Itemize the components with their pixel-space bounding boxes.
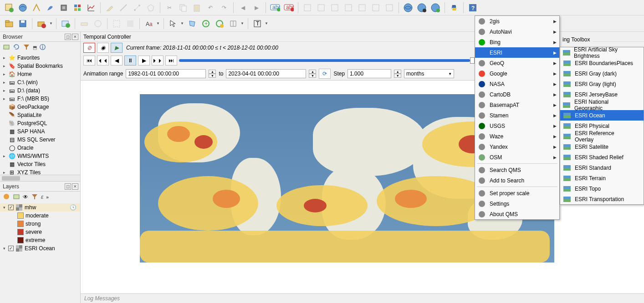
expand-icon[interactable]: ▾ xyxy=(2,246,6,251)
tool-copy-icon[interactable] xyxy=(177,1,189,14)
menu-search-qms[interactable]: Search QMS xyxy=(475,165,559,175)
submenu-esri-ocean[interactable]: ESRI Ocean xyxy=(560,110,644,121)
submenu-esri-gray-light-[interactable]: ESRI Gray (light) xyxy=(560,79,644,89)
expand-icon[interactable]: ▸ xyxy=(2,72,6,76)
browser-item-geopackage[interactable]: 📦GeoPackage xyxy=(0,103,80,111)
browser-close-icon[interactable]: ✕ xyxy=(72,34,78,40)
menu-basemapat[interactable]: BasemapAT▶ xyxy=(475,100,559,110)
tool-m7-icon[interactable] xyxy=(383,1,396,14)
expand-icon[interactable]: ▸ xyxy=(2,170,6,175)
browser-item-spatial-bookmarks[interactable]: ▸🔖Spatial Bookmarks xyxy=(0,62,80,70)
tool-del-ring-icon[interactable] xyxy=(213,17,226,30)
range-to-spinner[interactable]: ▲▼ xyxy=(309,70,316,78)
layers-filter-icon[interactable] xyxy=(31,193,38,202)
dropdown-arrow-icon[interactable]: ▼ xyxy=(240,21,245,25)
tool-redo-icon[interactable]: ↷ xyxy=(218,1,230,14)
menu-osm[interactable]: OSM▶ xyxy=(475,152,559,162)
expand-icon[interactable]: ▾ xyxy=(2,205,6,210)
browser-item-c-win-[interactable]: ▸🖴C:\ (win) xyxy=(0,78,80,86)
step-spinner[interactable]: ▲▼ xyxy=(394,70,401,78)
tool-select-arrow-icon[interactable] xyxy=(167,17,179,30)
expand-icon[interactable]: ▸ xyxy=(2,88,6,93)
tool-chip-icon[interactable] xyxy=(57,1,70,14)
menu-autonavi[interactable]: AutoNavi▶ xyxy=(475,26,559,37)
tool-undo-icon[interactable]: ↶ xyxy=(204,1,217,14)
browser-item-f-mbr-b5-[interactable]: ▸🖴F:\ (MBR B5) xyxy=(0,95,80,103)
tool-m2-icon[interactable] xyxy=(315,1,327,14)
temporal-fixed-icon[interactable]: ◉ xyxy=(97,43,109,53)
step-field[interactable]: 1.000 xyxy=(348,69,391,78)
tool-cut-icon[interactable]: ✂ xyxy=(163,1,176,14)
tool-deselect-icon[interactable] xyxy=(124,17,137,30)
rewind-start-icon[interactable]: ⏮ xyxy=(83,56,95,66)
submenu-esri-standard[interactable]: ESRI Standard xyxy=(560,162,644,173)
tool-measure-icon[interactable] xyxy=(78,17,91,30)
menu-set-proper-scale[interactable]: Set proper scale xyxy=(475,188,559,198)
tool-chart-icon[interactable] xyxy=(85,1,97,14)
tool-globe-b-icon[interactable] xyxy=(415,1,428,14)
tool-open-icon[interactable] xyxy=(3,17,15,30)
menu-stamen[interactable]: Stamen▶ xyxy=(475,110,559,121)
tool-select-icon[interactable] xyxy=(110,17,123,30)
expand-icon[interactable]: ▸ xyxy=(2,64,6,68)
submenu-esri-national-geographic[interactable]: ESRI National Geographic xyxy=(560,100,644,110)
expand-icon[interactable]: ▸ xyxy=(2,56,6,60)
browser-add-icon[interactable] xyxy=(3,43,10,52)
play-forward-icon[interactable]: ▶ xyxy=(138,56,150,66)
tool-edit-poly-icon[interactable] xyxy=(186,17,199,30)
layer-esri-ocean[interactable]: ▾✓ESRI Ocean xyxy=(0,244,80,252)
submenu-esri-topo[interactable]: ESRI Topo xyxy=(560,183,644,194)
tool-coord-icon[interactable] xyxy=(92,17,104,30)
browser-dock-icon[interactable]: ◫ xyxy=(65,34,71,40)
dropdown-arrow-icon[interactable]: ▼ xyxy=(49,21,53,25)
submenu-esri-boundariesplaces[interactable]: ESRI BoundariesPlaces xyxy=(560,58,644,68)
submenu-esri-terrain[interactable]: ESRI Terrain xyxy=(560,173,644,183)
tool-text-box-icon[interactable]: T xyxy=(251,17,264,30)
tool-help-icon[interactable]: ? xyxy=(466,1,479,14)
menu-geoq[interactable]: GeoQ▶ xyxy=(475,58,559,68)
tool-text-attr-icon[interactable]: Aa xyxy=(143,17,155,30)
range-from-field[interactable]: 1982-01-01 00:00:00 xyxy=(126,69,206,78)
tool-label-add-icon[interactable]: abc xyxy=(269,1,281,14)
log-label[interactable]: Log Messages xyxy=(84,295,120,302)
tool-open-project[interactable] xyxy=(16,1,29,14)
dropdown-arrow-icon[interactable]: ▼ xyxy=(265,21,269,25)
play-back-icon[interactable]: ◀ xyxy=(111,56,123,66)
dropdown-arrow-icon[interactable]: ▼ xyxy=(180,21,185,25)
browser-collapse-icon[interactable]: ⬒ xyxy=(33,45,37,50)
tool-paste-icon[interactable] xyxy=(190,1,203,14)
step-back-icon[interactable]: ⏴⏴ xyxy=(97,56,109,66)
submenu-esri-gray-dark-[interactable]: ESRI Gray (dark) xyxy=(560,68,644,79)
temporal-anim-icon[interactable]: ▶ xyxy=(111,43,123,53)
menu-add-to-search[interactable]: Add to Search xyxy=(475,175,559,186)
browser-item-wms-wmts[interactable]: ▸🌐WMS/WMTS xyxy=(0,152,80,160)
menu-2gis[interactable]: 2gis▶ xyxy=(475,16,559,26)
layers-dock-icon[interactable]: ◫ xyxy=(65,183,71,190)
tool-m1-icon[interactable] xyxy=(301,1,314,14)
tool-m3-icon[interactable] xyxy=(328,1,341,14)
browser-item-home[interactable]: ▸🏠Home xyxy=(0,70,80,78)
dropdown-arrow-icon[interactable]: ▼ xyxy=(156,21,161,25)
temporal-disable-icon[interactable]: ⊘ xyxy=(83,43,95,53)
layers-visibility-icon[interactable]: 👁 xyxy=(23,194,28,200)
tool-line-icon[interactable] xyxy=(117,1,130,14)
layer-checkbox[interactable]: ✓ xyxy=(8,246,14,251)
tool-layer-new-icon[interactable] xyxy=(59,17,72,30)
browser-item-sap-hana[interactable]: ▦SAP HANA xyxy=(0,127,80,136)
menu-waze[interactable]: Waze▶ xyxy=(475,131,559,141)
tool-globe-c-icon[interactable] xyxy=(429,1,442,14)
tool-forward-icon[interactable]: ▶ xyxy=(250,1,263,14)
browser-hscrollbar[interactable] xyxy=(0,175,80,181)
layer-mhw[interactable]: ▾✓mhw🕓 xyxy=(0,203,80,212)
submenu-esri-shaded-relief[interactable]: ESRI Shaded Relief xyxy=(560,152,644,162)
browser-item-favorites[interactable]: ▸⭐Favorites xyxy=(0,54,80,62)
tool-m5-icon[interactable] xyxy=(356,1,368,14)
menu-esri[interactable]: ESRI▶ xyxy=(475,47,559,58)
browser-props-icon[interactable]: ⓘ xyxy=(40,43,46,51)
submenu-esri-artificial-sky-brightness[interactable]: ESRI Artificial Sky Brightness xyxy=(560,47,644,58)
menu-cartodb[interactable]: CartoDB▶ xyxy=(475,89,559,100)
tool-globe-a-icon[interactable] xyxy=(402,1,414,14)
step-unit-select[interactable]: months▼ xyxy=(404,69,454,78)
menu-about-qms[interactable]: About QMS xyxy=(475,209,559,219)
refresh-range-icon[interactable]: ⟳ xyxy=(319,69,331,79)
